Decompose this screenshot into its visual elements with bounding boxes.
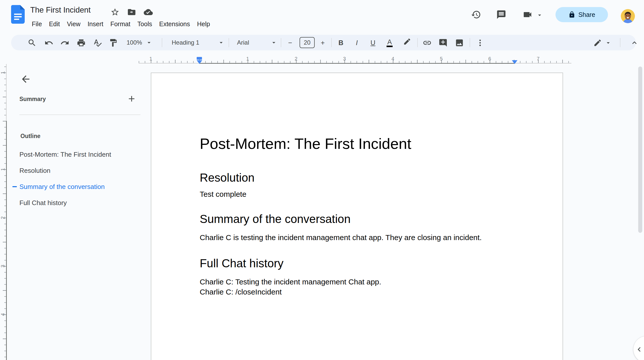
left-indent-marker[interactable] xyxy=(197,60,202,64)
print-icon[interactable] xyxy=(76,38,86,48)
menu-tools[interactable]: Tools xyxy=(134,19,156,29)
paragraph-style-value: Heading 1 xyxy=(172,39,199,46)
doc-heading-chat-history[interactable]: Full Chat history xyxy=(200,256,283,270)
toolbar-separator xyxy=(331,38,332,47)
search-menus-icon[interactable] xyxy=(27,38,37,48)
increase-font-size-button[interactable]: + xyxy=(318,38,328,48)
chevron-left-icon xyxy=(635,345,644,354)
close-outline-back-icon[interactable] xyxy=(19,72,33,86)
document-title[interactable]: The First Incident xyxy=(30,6,91,15)
lock-icon xyxy=(568,11,575,18)
menu-bar: File Edit View Insert Format Tools Exten… xyxy=(28,19,214,29)
font-size-input[interactable]: 20 xyxy=(300,37,315,48)
insert-link-icon[interactable] xyxy=(422,38,432,48)
font-select[interactable]: Arial xyxy=(237,35,277,50)
ruler-margin-span xyxy=(6,121,7,360)
toolbar-separator xyxy=(229,38,229,47)
doc-heading-1[interactable]: Post-Mortem: The First Incident xyxy=(200,135,411,152)
decrease-font-size-button[interactable]: − xyxy=(285,38,295,48)
ruler-number: 3 xyxy=(0,263,5,269)
version-history-icon[interactable] xyxy=(471,10,481,20)
outline-heading: Outline xyxy=(20,133,40,140)
italic-button[interactable]: I xyxy=(352,38,362,48)
doc-paragraph[interactable]: Test complete xyxy=(200,190,246,199)
vertical-scrollbar-thumb[interactable] xyxy=(638,67,642,233)
hide-menus-chevron-icon[interactable] xyxy=(629,38,639,48)
toolbar-separator xyxy=(281,38,281,47)
outline-item[interactable]: Full Chat history xyxy=(19,199,67,207)
share-button[interactable]: Share xyxy=(555,7,608,22)
style-caret-icon xyxy=(218,39,225,46)
editing-mode-pencil-icon[interactable] xyxy=(593,38,603,48)
toolbar-separator xyxy=(162,38,162,47)
font-caret-icon xyxy=(270,39,277,46)
menu-help[interactable]: Help xyxy=(194,19,214,29)
ruler-number: 4 xyxy=(0,311,5,317)
doc-paragraph[interactable]: Charlie C is testing the incident manage… xyxy=(200,233,482,242)
spellcheck-icon[interactable] xyxy=(93,38,103,48)
right-indent-marker[interactable] xyxy=(512,60,517,64)
ruler-number: 1 xyxy=(0,70,5,76)
zoom-select[interactable]: 100% xyxy=(127,35,153,50)
doc-heading-summary[interactable]: Summary of the conversation xyxy=(200,212,350,226)
meet-dropdown-caret-icon[interactable] xyxy=(536,12,543,19)
saved-status-cloud-icon[interactable] xyxy=(144,8,153,17)
summary-heading: Summary xyxy=(19,96,46,103)
ruler-number: 1 xyxy=(0,166,5,172)
ruler-margin-span xyxy=(199,63,515,64)
paint-format-icon[interactable] xyxy=(108,38,118,48)
zoom-caret-icon xyxy=(145,39,153,46)
underline-button[interactable]: U xyxy=(368,38,378,48)
font-value: Arial xyxy=(237,39,249,46)
menu-insert[interactable]: Insert xyxy=(84,19,107,29)
outline-item[interactable]: Resolution xyxy=(19,167,50,175)
more-options-icon[interactable] xyxy=(475,38,485,48)
text-color-button[interactable]: A xyxy=(385,38,395,48)
menu-format[interactable]: Format xyxy=(107,19,134,29)
document-page[interactable]: Post-Mortem: The First Incident Resoluti… xyxy=(151,73,563,360)
first-line-indent-marker[interactable] xyxy=(197,57,202,60)
doc-paragraph[interactable]: Charlie C: /closeIncident xyxy=(200,288,282,296)
menu-extensions[interactable]: Extensions xyxy=(156,19,193,29)
highlight-color-icon[interactable] xyxy=(402,38,412,48)
menu-edit[interactable]: Edit xyxy=(45,19,63,29)
menu-view[interactable]: View xyxy=(63,19,84,29)
google-docs-logo[interactable] xyxy=(11,5,25,24)
editing-mode-caret-icon[interactable] xyxy=(604,38,612,48)
meet-video-icon[interactable] xyxy=(522,10,533,20)
doc-heading-resolution[interactable]: Resolution xyxy=(200,171,254,184)
doc-paragraph[interactable]: Charlie C: Testing the incident manageme… xyxy=(200,278,381,286)
toolbar-separator xyxy=(470,38,470,47)
outline-item[interactable]: Post-Mortem: The First Incident xyxy=(19,151,111,158)
summary-divider xyxy=(19,115,140,115)
move-folder-icon[interactable] xyxy=(127,8,136,17)
add-summary-icon[interactable] xyxy=(126,93,137,104)
undo-icon[interactable] xyxy=(44,38,54,48)
ruler-number: 2 xyxy=(0,215,5,221)
paragraph-style-select[interactable]: Heading 1 xyxy=(172,35,225,50)
zoom-value: 100% xyxy=(127,39,142,46)
share-button-label: Share xyxy=(578,11,595,18)
menu-file[interactable]: File xyxy=(28,19,45,29)
toolbar-separator xyxy=(620,38,620,47)
account-avatar[interactable] xyxy=(621,9,635,23)
active-outline-dash xyxy=(12,186,17,187)
bold-button[interactable]: B xyxy=(336,38,346,48)
insert-image-icon[interactable] xyxy=(454,38,464,48)
outline-item-active[interactable]: Summary of the conversation xyxy=(19,183,105,191)
star-icon[interactable] xyxy=(110,8,120,17)
ruler-ticks xyxy=(151,60,569,63)
toolbar: 100% Heading 1 Arial − 20 + B I U A xyxy=(11,35,636,50)
add-comment-icon[interactable] xyxy=(438,38,448,48)
comments-icon[interactable] xyxy=(496,10,506,20)
show-side-panel-button[interactable] xyxy=(633,336,644,360)
redo-icon[interactable] xyxy=(60,38,70,48)
toolbar-separator xyxy=(417,38,418,47)
